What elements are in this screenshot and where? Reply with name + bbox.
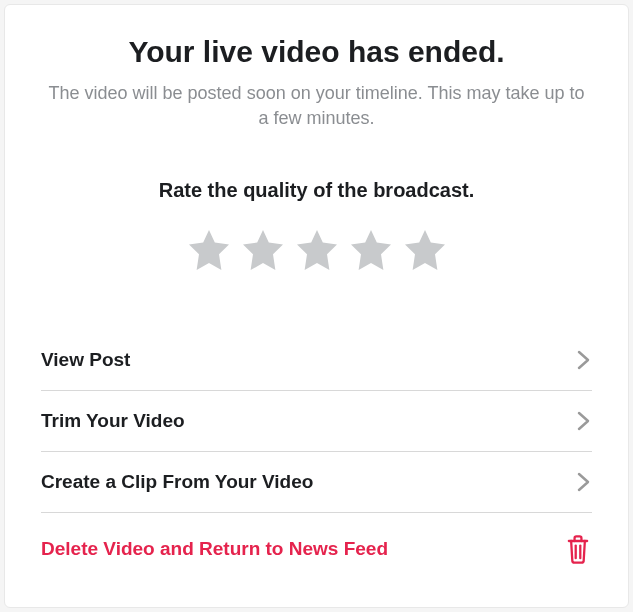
star-icon[interactable] <box>347 226 395 274</box>
modal-subtitle: The video will be posted soon on your ti… <box>41 81 592 131</box>
star-icon[interactable] <box>185 226 233 274</box>
live-video-ended-modal: Your live video has ended. The video wil… <box>4 4 629 608</box>
star-icon[interactable] <box>293 226 341 274</box>
rating-prompt: Rate the quality of the broadcast. <box>41 179 592 202</box>
delete-label: Delete Video and Return to News Feed <box>41 538 388 560</box>
menu-item-label: Create a Clip From Your Video <box>41 471 313 493</box>
delete-video-item[interactable]: Delete Video and Return to News Feed <box>41 513 592 565</box>
modal-title: Your live video has ended. <box>41 35 592 69</box>
trim-video-item[interactable]: Trim Your Video <box>41 391 592 452</box>
star-icon[interactable] <box>401 226 449 274</box>
trash-icon <box>564 533 592 565</box>
chevron-right-icon <box>576 348 592 372</box>
chevron-right-icon <box>576 470 592 494</box>
menu-item-label: Trim Your Video <box>41 410 185 432</box>
rating-star-row <box>41 226 592 274</box>
create-clip-item[interactable]: Create a Clip From Your Video <box>41 452 592 513</box>
action-menu: View Post Trim Your Video Create a Clip … <box>41 330 592 565</box>
menu-item-label: View Post <box>41 349 130 371</box>
chevron-right-icon <box>576 409 592 433</box>
view-post-item[interactable]: View Post <box>41 330 592 391</box>
star-icon[interactable] <box>239 226 287 274</box>
